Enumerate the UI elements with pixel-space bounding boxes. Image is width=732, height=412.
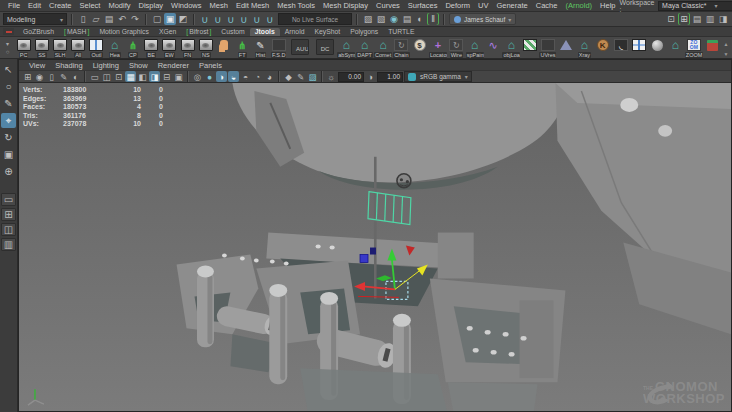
render-current-frame-icon[interactable]: ▧ [375, 13, 387, 25]
tool-settings-icon[interactable]: ▥ [704, 13, 716, 25]
shelf-tab[interactable]: Motion Graphics [94, 28, 154, 36]
shelf-item-sphere[interactable] [649, 38, 666, 51]
snap-point-icon[interactable]: ∪ [225, 13, 237, 25]
shelf-item-dc[interactable]: DC [313, 38, 337, 55]
menu-item[interactable]: Curves [372, 1, 404, 10]
modeling-toolkit-icon[interactable]: ⊡ [665, 13, 677, 25]
menu-item[interactable]: Deform [441, 1, 474, 10]
shelf-tab[interactable]: KeyShot [309, 28, 345, 36]
channel-box-icon[interactable]: ◨ [717, 13, 729, 25]
snap-projected-center-icon[interactable]: ∪ [238, 13, 250, 25]
open-scene-icon[interactable]: ▱ [90, 13, 102, 25]
shelf-item-dapt[interactable]: DAPT [356, 38, 373, 58]
ipr-render-icon[interactable]: ◉ [388, 13, 400, 25]
shelf-tab[interactable]: Jtools [250, 28, 280, 36]
shelf-tab[interactable]: GoZBrush [18, 28, 59, 36]
user-account-chip[interactable]: James Schauf ▾ [449, 13, 516, 25]
shelf-item-pc[interactable]: PC [15, 38, 32, 58]
shelf-item-absym[interactable]: abSym [338, 38, 356, 58]
snap-curve-icon[interactable]: ∪ [212, 13, 224, 25]
layout-two-panes-side[interactable]: ◫ [1, 223, 16, 236]
shelf-item-house[interactable] [667, 38, 684, 51]
new-scene-icon[interactable]: ▯ [77, 13, 89, 25]
menu-item[interactable]: Select [76, 1, 105, 10]
field-chart-icon[interactable]: ▦ [125, 71, 136, 82]
lock-camera-icon[interactable]: ◉ [34, 71, 45, 82]
menu-item[interactable]: (Arnold) [561, 1, 596, 10]
shelf-editor-icon[interactable]: ○ [6, 49, 10, 55]
panel-menu-item[interactable]: Lighting [89, 61, 123, 70]
gate-mask-icon[interactable]: ⊡ [113, 71, 124, 82]
shelf-tab[interactable]: TURTLE [383, 28, 419, 36]
view-transform-select[interactable]: sRGB gamma ▾ [404, 71, 472, 82]
shelf-item-mountain[interactable] [558, 38, 575, 51]
shelf-item-hand[interactable] [215, 38, 232, 51]
grease-pencil-icon[interactable]: ✎ [295, 71, 306, 82]
select-object-icon[interactable]: ▣ [164, 13, 176, 25]
fill-mode-icon[interactable]: ⊟ [161, 71, 172, 82]
shelf-item-outl[interactable]: Outl [88, 38, 105, 58]
select-component-icon[interactable]: ◩ [177, 13, 189, 25]
hypershade-icon[interactable]: ◐ [414, 13, 426, 25]
shelf-item-bucket[interactable] [704, 38, 721, 51]
layout-four-panes[interactable]: ⊞ [1, 208, 16, 221]
shelf-item-sppaint[interactable]: spPaint [466, 38, 484, 58]
shelf-tab[interactable]: MASH [59, 28, 94, 36]
live-surface-field[interactable]: No Live Surface [278, 13, 352, 25]
shelf-item-fn[interactable]: FN [179, 38, 196, 58]
snap-grid-icon[interactable]: ∪ [199, 13, 211, 25]
isolate-select-icon[interactable]: ◆ [283, 71, 294, 82]
panel-menu-item[interactable]: View [25, 61, 49, 70]
shelf-tab[interactable]: Polygons [345, 28, 383, 36]
shaded-mode-icon[interactable]: ● [204, 71, 215, 82]
layout-outliner-persp[interactable]: ▥ [1, 238, 16, 251]
menu-item[interactable]: Edit Mesh [232, 1, 273, 10]
xray-mode-icon[interactable]: ▨ [307, 71, 318, 82]
menu-item[interactable]: Display [135, 1, 168, 10]
workspace-select[interactable]: Maya Classic* ▾ [658, 1, 732, 11]
scroll-up-icon[interactable]: ▲ [724, 41, 729, 47]
menu-item[interactable]: UV [474, 1, 492, 10]
select-hierarchy-icon[interactable]: ▢ [151, 13, 163, 25]
shelf-tab[interactable]: XGen [154, 28, 181, 36]
pause-viewport-icon[interactable]: ‖ [427, 13, 439, 25]
select-tool[interactable]: ↖ [1, 62, 16, 77]
wireframe-on-shaded-icon[interactable]: ▣ [173, 71, 184, 82]
shadows-icon[interactable]: ◓ [240, 71, 251, 82]
scale-tool[interactable]: ▣ [1, 147, 16, 162]
safe-action-icon[interactable]: ◧ [137, 71, 148, 82]
paint-select-tool[interactable]: ✎ [1, 96, 16, 111]
menu-set-select[interactable]: Modeling ▾ [3, 13, 67, 25]
shelf-item-chain[interactable]: Chain [393, 38, 410, 58]
shelf-item-fsd[interactable]: F.S.D [270, 38, 287, 58]
resolution-gate-icon[interactable]: ◫ [101, 71, 112, 82]
redo-icon[interactable]: ↷ [129, 13, 141, 25]
undo-icon[interactable]: ↶ [116, 13, 128, 25]
render-settings-icon[interactable]: ▤ [401, 13, 413, 25]
default-material-icon[interactable]: ◎ [192, 71, 203, 82]
panel-menu-item[interactable]: Panels [195, 61, 226, 70]
menu-item[interactable]: Generate [492, 1, 531, 10]
panel-menu-item[interactable]: Shading [51, 61, 87, 70]
camera-attributes-icon[interactable]: ▯ [46, 71, 57, 82]
shelf-tab[interactable]: Arnold [280, 28, 310, 36]
shelf-item-be[interactable]: BE [143, 38, 160, 58]
panel-menu-item[interactable]: Renderer [154, 61, 193, 70]
shelf-item-all[interactable]: All [70, 38, 87, 58]
shelf-item-objloa[interactable]: objLoa [503, 38, 521, 58]
menu-item[interactable]: Help [596, 1, 619, 10]
shelf-item-wire[interactable]: Wire [448, 38, 465, 58]
textured-mode-icon[interactable]: ◑ [216, 71, 227, 82]
motion-blur-icon[interactable]: ◕ [264, 71, 275, 82]
menu-item[interactable]: Create [45, 1, 76, 10]
menu-item[interactable]: Surfaces [404, 1, 442, 10]
shelf-item-slh[interactable]: SLH [51, 38, 68, 58]
select-camera-icon[interactable]: ⊞ [22, 71, 33, 82]
render-view-icon[interactable]: ▨ [362, 13, 374, 25]
menu-item[interactable]: File [4, 1, 24, 10]
last-tool-used[interactable]: ⊕ [1, 164, 16, 179]
menu-item[interactable]: Mesh Display [319, 1, 372, 10]
shelf-item-zoom[interactable]: ZOOM [685, 38, 703, 58]
shelf-item-curves[interactable] [484, 38, 501, 51]
shelf-item-dollar[interactable] [411, 38, 428, 51]
